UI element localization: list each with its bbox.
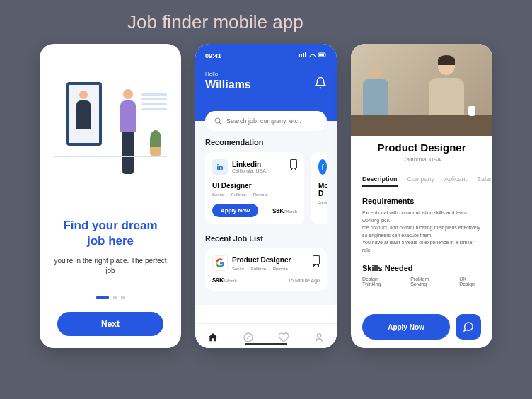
search-input[interactable] <box>226 117 318 125</box>
status-icons <box>299 52 327 59</box>
user-name: Williams <box>205 79 327 91</box>
notification-icon[interactable] <box>314 76 327 89</box>
bookmark-icon[interactable] <box>313 255 320 264</box>
search-bar[interactable] <box>205 111 327 131</box>
job-detail-location: California, USA <box>362 156 481 163</box>
recent-job-tags: Senior· Fulltime· Remote <box>232 267 291 271</box>
svg-point-6 <box>215 118 220 123</box>
recommendation-title: Recomendation <box>205 138 327 146</box>
svg-point-9 <box>317 334 320 337</box>
nav-home-icon[interactable] <box>207 331 219 344</box>
job-tags: Senior· Fulltime· Remote <box>212 192 297 197</box>
onboarding-subtitle: you're in the right place. The perfect j… <box>52 256 168 276</box>
job-hero-image <box>351 44 492 136</box>
linkedin-icon: in <box>212 159 228 175</box>
recent-salary: $9K/Month <box>212 277 237 284</box>
svg-rect-3 <box>305 52 306 57</box>
home-screen: 09:41 Hello Williams Recomendation in Li… <box>195 44 337 348</box>
svg-rect-1 <box>301 54 302 57</box>
onboarding-screen: Find your dream job here you're in the r… <box>40 44 181 348</box>
nav-profile-icon[interactable] <box>313 331 325 344</box>
status-bar: 09:41 <box>205 52 327 59</box>
onboarding-title: Find your dream job here <box>63 218 157 249</box>
nav-explore-icon[interactable] <box>242 331 255 344</box>
home-indicator <box>245 343 287 345</box>
skills-heading: Skills Needed <box>362 264 481 272</box>
skills-list: Design Thinking· Problem Solving· UX Des… <box>362 277 481 287</box>
requirements-heading: Requirements <box>362 197 481 205</box>
company-location: California, USA <box>232 168 266 173</box>
greeting-label: Hello <box>205 71 327 77</box>
chat-button[interactable] <box>456 314 481 340</box>
tab-company[interactable]: Company <box>407 175 435 187</box>
company-name: Linkedin <box>232 161 266 168</box>
bookmark-icon[interactable] <box>290 159 297 168</box>
detail-tabs: Description Company Aplicant Salary <box>362 175 481 187</box>
recent-job-card[interactable]: Product Designer Senior· Fulltime· Remot… <box>205 248 327 291</box>
next-button[interactable]: Next <box>57 312 163 336</box>
page-title: Job finder mobile app <box>0 0 532 39</box>
tab-salary[interactable]: Salary <box>477 175 492 187</box>
svg-line-7 <box>219 122 221 125</box>
job-card[interactable]: f Fa Ca Motion D Junior·Ful <box>311 152 327 224</box>
facebook-icon: f <box>318 159 327 175</box>
job-detail-title: Product Designer <box>362 141 481 154</box>
google-icon <box>212 255 228 271</box>
job-role: UI Designer <box>212 182 297 190</box>
tab-applicant[interactable]: Aplicant <box>444 175 467 187</box>
recent-title: Recent Job List <box>205 234 327 243</box>
svg-rect-0 <box>299 54 300 57</box>
apply-now-button[interactable]: Apply Now <box>362 314 450 340</box>
job-detail-screen: Product Designer California, USA Descrip… <box>351 44 492 348</box>
search-icon <box>214 117 222 125</box>
salary: $8K/Month <box>272 207 297 214</box>
tab-description[interactable]: Description <box>362 175 398 187</box>
requirements-text: Exceptional with communication skills an… <box>362 209 481 254</box>
apply-button[interactable]: Apply Now <box>212 204 258 217</box>
recent-job-title: Product Designer <box>232 256 291 264</box>
page-dots[interactable] <box>96 296 125 299</box>
job-card[interactable]: in Linkedin California, USA UI Designer … <box>205 152 304 224</box>
onboarding-illustration <box>54 76 167 190</box>
svg-rect-5 <box>319 54 324 56</box>
recent-time: 15 Minute Ago <box>288 278 320 283</box>
svg-rect-2 <box>303 53 304 57</box>
nav-saved-icon[interactable] <box>277 331 290 344</box>
